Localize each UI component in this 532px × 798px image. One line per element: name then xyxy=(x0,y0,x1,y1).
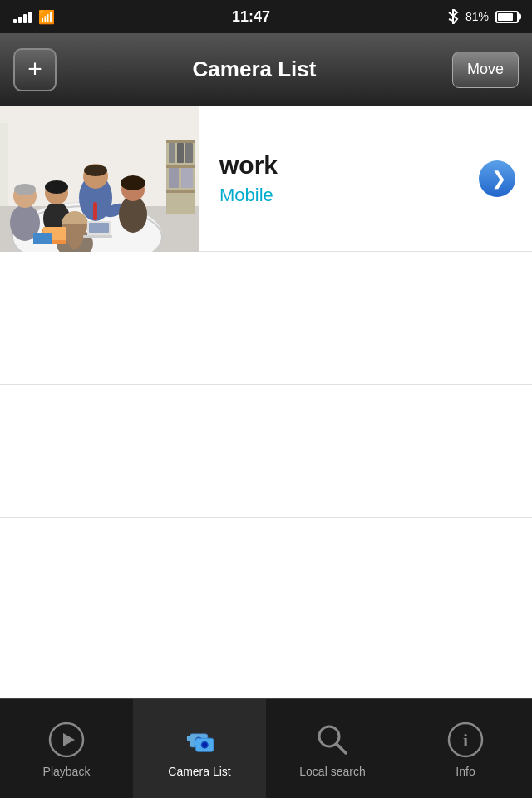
svg-text:i: i xyxy=(463,730,468,751)
svg-rect-29 xyxy=(166,165,195,168)
svg-point-16 xyxy=(119,196,147,233)
svg-rect-30 xyxy=(166,190,195,193)
camera-type: Mobile xyxy=(219,185,459,206)
svg-rect-23 xyxy=(83,235,112,238)
camera-name: work xyxy=(219,151,459,180)
status-time: 11:47 xyxy=(232,8,270,26)
svg-marker-38 xyxy=(63,733,75,746)
empty-section-2 xyxy=(0,385,532,518)
status-left: 📶 xyxy=(13,9,55,25)
svg-rect-12 xyxy=(93,202,97,220)
tab-camera-list[interactable]: Camera List xyxy=(133,699,266,798)
battery-percentage: 81% xyxy=(466,10,489,23)
plus-icon: + xyxy=(27,57,42,81)
svg-rect-34 xyxy=(169,168,179,188)
svg-rect-35 xyxy=(181,168,193,188)
svg-point-14 xyxy=(84,165,107,176)
wifi-icon: 📶 xyxy=(38,9,55,25)
svg-point-7 xyxy=(14,184,36,195)
camera-thumbnail xyxy=(0,106,200,252)
svg-rect-28 xyxy=(166,140,195,143)
battery-icon xyxy=(495,11,519,23)
tab-info[interactable]: i Info xyxy=(399,699,532,798)
tab-local-search[interactable]: Local search xyxy=(266,699,399,798)
tab-playback-label: Playback xyxy=(43,765,91,778)
svg-rect-22 xyxy=(89,223,109,233)
add-camera-button[interactable]: + xyxy=(13,48,57,91)
camera-list-icon xyxy=(180,720,219,760)
camera-arrow-button[interactable]: ❯ xyxy=(479,160,515,197)
chevron-right-icon: ❯ xyxy=(491,168,506,190)
svg-point-45 xyxy=(203,742,207,746)
nav-title: Camera List xyxy=(57,57,452,82)
camera-item[interactable]: work Mobile ❯ xyxy=(0,106,532,252)
nav-bar: + Camera List Move xyxy=(0,33,532,106)
move-label: Move xyxy=(467,61,504,78)
local-search-icon xyxy=(313,720,352,760)
svg-rect-26 xyxy=(33,233,52,244)
tab-camera-list-label: Camera List xyxy=(168,765,230,778)
info-icon: i xyxy=(446,720,485,760)
svg-point-10 xyxy=(45,180,68,194)
tab-playback[interactable]: Playback xyxy=(0,699,133,798)
svg-rect-42 xyxy=(187,736,190,740)
tab-bar: Playback Camera List xyxy=(0,698,532,798)
svg-line-48 xyxy=(337,744,346,753)
status-bar: 📶 11:47 81% xyxy=(0,0,532,33)
tab-local-search-label: Local search xyxy=(299,765,365,778)
bluetooth-icon xyxy=(447,9,459,24)
camera-list: work Mobile ❯ xyxy=(0,106,532,518)
tab-info-label: Info xyxy=(456,765,475,778)
status-right: 81% xyxy=(447,9,519,24)
empty-section-1 xyxy=(0,252,532,385)
svg-rect-31 xyxy=(169,143,175,163)
camera-info: work Mobile xyxy=(200,151,479,206)
svg-rect-32 xyxy=(177,143,184,163)
svg-rect-46 xyxy=(193,740,196,744)
move-button[interactable]: Move xyxy=(452,52,519,88)
svg-rect-36 xyxy=(0,123,8,206)
playback-icon xyxy=(47,720,86,760)
svg-point-18 xyxy=(121,175,145,190)
svg-rect-33 xyxy=(185,143,193,163)
signal-bars-icon xyxy=(13,10,32,23)
